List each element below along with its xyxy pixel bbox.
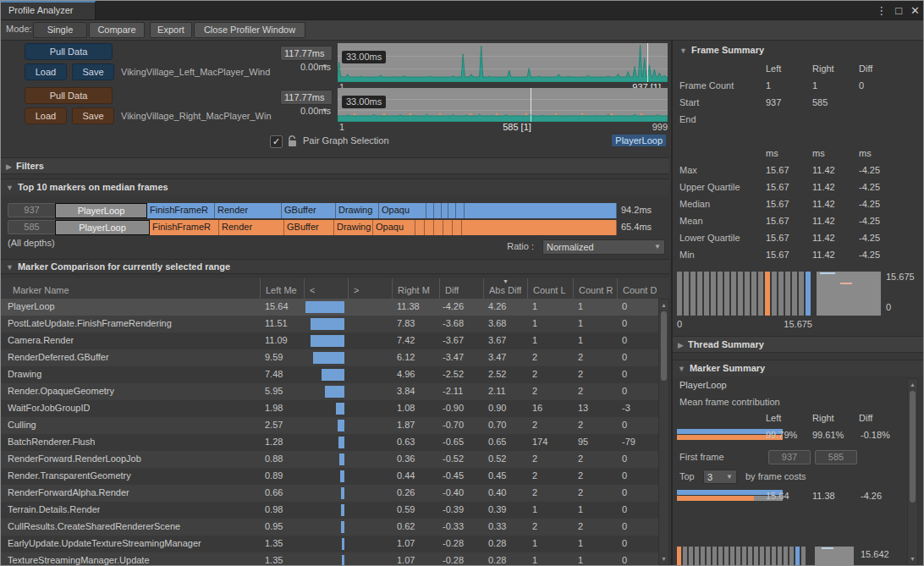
save-left-button[interactable]: Save — [72, 63, 114, 80]
marker-segment-small[interactable] — [426, 203, 434, 218]
menu-icon[interactable]: ⋮ — [876, 4, 887, 17]
frame-summary-header[interactable]: ▼Frame Summary — [679, 45, 764, 55]
chevron-down-icon: ▼ — [654, 240, 661, 254]
marker-segment-small[interactable] — [434, 203, 442, 218]
marker-segment-small[interactable] — [425, 220, 434, 235]
marker-segment-small[interactable] — [415, 220, 425, 235]
thread-summary-header[interactable]: ▶Thread Summary — [673, 336, 924, 353]
cell: 0 — [622, 369, 627, 379]
comparison-section-header[interactable]: ▼Marker Comparison for currently selecte… — [1, 259, 669, 274]
filters-section-header[interactable]: ▶Filters — [1, 157, 669, 174]
close-icon[interactable]: ✕ — [910, 4, 920, 17]
comparison-table-scrollbar[interactable]: ▲ ▼ — [658, 299, 669, 565]
column-header[interactable]: Left Me — [260, 278, 304, 299]
load-right-button[interactable]: Load — [25, 107, 67, 124]
marker-segment[interactable]: Render — [219, 220, 284, 235]
marker-segment-small[interactable] — [443, 220, 453, 235]
marker-segment[interactable]: Opaqu — [379, 203, 426, 218]
marker-segment[interactable]: GBuffer — [282, 203, 336, 218]
marker-summary-scrollbar[interactable]: ▲ ▼ — [907, 378, 918, 565]
first-frame-right-button[interactable]: 585 — [815, 450, 857, 464]
marker-segment[interactable]: Opaqu — [373, 220, 415, 235]
marker-bar[interactable]: PlayerLoopFinishFrameRRenderGBufferDrawi… — [55, 220, 617, 235]
export-button[interactable]: Export — [150, 22, 192, 38]
marker-segment-small[interactable] — [465, 203, 617, 218]
pull-data-left-button[interactable]: Pull Data — [25, 43, 113, 60]
marker-segment[interactable]: GBuffer — [284, 220, 334, 235]
marker-segment[interactable]: Drawing — [334, 220, 373, 235]
table-row[interactable]: WaitForJobGroupID1.981.08-0.900.901613-3 — [1, 400, 658, 417]
marker-segment[interactable]: Drawing — [336, 203, 379, 218]
column-header[interactable]: Right M — [392, 278, 439, 299]
marker-segment[interactable]: PlayerLoop — [55, 220, 150, 235]
load-left-button[interactable]: Load — [25, 63, 67, 80]
table-row[interactable]: PlayerLoop15.6411.38-4.264.26110 — [1, 299, 658, 316]
marker-bar[interactable]: PlayerLoopFinishFrameRRenderGBufferDrawi… — [55, 203, 617, 218]
table-row[interactable]: RenderDeferred.GBuffer9.596.12-3.473.472… — [1, 349, 658, 366]
column-header[interactable]: ▼Abs Diff — [483, 278, 527, 299]
table-row[interactable]: PostLateUpdate.FinishFrameRendering11.51… — [1, 316, 658, 332]
ratio-dropdown[interactable]: Normalized▼ — [542, 239, 665, 255]
column-header[interactable]: Count R — [573, 278, 617, 299]
frame-summary-histogram[interactable] — [677, 272, 812, 316]
column-header[interactable]: Count L — [527, 278, 573, 299]
table-row[interactable]: Camera.Render11.097.42-3.673.67110 — [1, 332, 658, 349]
table-row[interactable]: Culling2.571.87-0.700.70220 — [1, 417, 658, 434]
table-row[interactable]: Terrain.Details.Render0.980.59-0.390.391… — [1, 502, 658, 519]
top-n-dropdown[interactable]: 3▼ — [703, 470, 737, 484]
histogram-bar — [784, 547, 788, 566]
marker-summary-histogram[interactable] — [677, 547, 807, 566]
table-row[interactable]: RenderForwardAlpha.Render0.660.26-0.400.… — [1, 485, 658, 502]
table-row[interactable]: EarlyUpdate.UpdateTextureStreamingManage… — [1, 536, 658, 552]
column-header[interactable]: < — [304, 278, 348, 299]
marker-segment[interactable]: PlayerLoop — [55, 203, 147, 218]
frame-time-graph-left[interactable]: 33.00ms — [338, 43, 668, 82]
marker-segment-small[interactable] — [434, 220, 443, 235]
marker-segment[interactable]: FinishFrameR — [150, 220, 219, 235]
scrollbar-thumb[interactable] — [910, 391, 916, 503]
lock-icon[interactable] — [287, 135, 298, 147]
marker-segment-small[interactable] — [462, 220, 617, 235]
table-row[interactable]: Render.OpaqueGeometry5.953.84-2.112.1122… — [1, 383, 658, 400]
table-row[interactable]: Render.TransparentGeometry0.890.44-0.450… — [1, 468, 658, 485]
column-header[interactable]: > — [348, 278, 392, 299]
scroll-down-icon[interactable]: ▼ — [659, 556, 668, 562]
table-row[interactable]: TextureStreamingManager.Update1.351.07-0… — [1, 552, 658, 565]
column-header[interactable]: Marker Name — [8, 278, 260, 299]
mode-single-button[interactable]: Single — [33, 22, 87, 38]
frame-time-graph-right[interactable]: 33.00ms — [338, 88, 668, 122]
marker-segment-small[interactable] — [456, 203, 465, 218]
frame-number-button[interactable]: 585 — [8, 220, 56, 234]
scroll-down-icon[interactable]: ▼ — [908, 556, 917, 562]
column-header[interactable]: Count D — [617, 278, 658, 299]
table-row[interactable]: CullResults.CreateSharedRendererScene0.9… — [1, 519, 658, 536]
marker-segment[interactable]: FinishFrameR — [147, 203, 215, 218]
frame-number-button[interactable]: 937 — [8, 203, 56, 217]
mode-compare-button[interactable]: Compare — [89, 22, 145, 38]
close-profiler-window-button[interactable]: Close Profiler Window — [194, 22, 305, 38]
marker-segment-small[interactable] — [442, 203, 448, 218]
column-header[interactable]: Diff — [439, 278, 483, 299]
maximize-icon[interactable]: □ — [895, 4, 902, 17]
left-graph-scale-dropdown[interactable]: 117.77ms▼ — [280, 46, 333, 61]
pair-graph-checkbox[interactable]: ✓ — [270, 135, 283, 148]
right-graph-scale-dropdown[interactable]: 117.77ms▼ — [280, 90, 333, 105]
first-frame-left-button[interactable]: 937 — [768, 450, 811, 464]
table-row[interactable]: Drawing7.484.96-2.522.52220 — [1, 366, 658, 383]
marker-segment-small[interactable] — [448, 203, 456, 218]
scroll-up-icon[interactable]: ▲ — [659, 302, 668, 308]
save-right-button[interactable]: Save — [72, 107, 114, 124]
table-row[interactable]: BatchRenderer.Flush1.280.63-0.650.651749… — [1, 434, 658, 451]
table-row[interactable]: RenderForward.RenderLoopJob0.880.36-0.52… — [1, 451, 658, 468]
tab-profile-analyzer[interactable]: Profile Analyzer — [1, 1, 96, 19]
marker-segment[interactable]: Render — [215, 203, 282, 218]
scrollbar-thumb[interactable] — [661, 311, 667, 381]
marker-segment-small[interactable] — [453, 220, 462, 235]
pull-data-right-button[interactable]: Pull Data — [25, 87, 113, 104]
cell: 1 — [578, 538, 583, 548]
cell: 11.09 — [265, 335, 288, 345]
marker-summary-header[interactable]: ▼Marker Summary — [673, 360, 924, 376]
scroll-up-icon[interactable]: ▲ — [908, 382, 917, 387]
selected-marker-chip[interactable]: PlayerLoop — [612, 135, 666, 146]
top10-section-header[interactable]: ▼Top 10 markers on median frames — [1, 179, 669, 195]
